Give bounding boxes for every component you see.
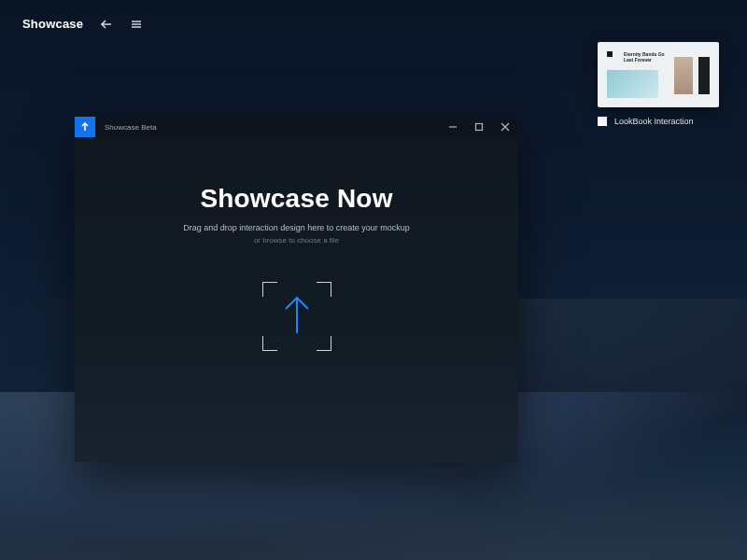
upload-arrow-icon — [281, 294, 313, 339]
window-controls — [440, 117, 518, 137]
thumbnail-checkbox[interactable] — [598, 117, 607, 126]
window-title: Showcase Beta — [105, 123, 157, 132]
app-icon[interactable] — [75, 117, 95, 137]
app-window: Showcase Beta Showcase Now Drag and drop… — [75, 117, 518, 462]
window-content: Showcase Now Drag and drop interaction d… — [75, 137, 518, 351]
subheading: Drag and drop interaction design here to… — [75, 223, 518, 232]
dropzone[interactable] — [262, 282, 331, 351]
brand-logo: Showcase — [22, 17, 83, 31]
maximize-button[interactable] — [466, 117, 492, 137]
menu-icon[interactable] — [130, 18, 143, 31]
thumbnail-preview: Eternity Bands Go Last Forever — [598, 42, 719, 107]
dropzone-corner — [262, 282, 277, 297]
dropzone-corner — [317, 336, 331, 351]
thumbnail-preview-title: Eternity Bands Go Last Forever — [624, 51, 665, 63]
svg-rect-0 — [476, 124, 483, 131]
minimize-button[interactable] — [440, 117, 466, 137]
window-titlebar[interactable]: Showcase Beta — [75, 117, 518, 137]
dropzone-corner — [317, 282, 331, 297]
thumbnail-card[interactable]: Eternity Bands Go Last Forever LookBook … — [598, 42, 719, 126]
browse-link[interactable]: or browse to choose a file — [75, 236, 518, 245]
close-button[interactable] — [492, 117, 518, 137]
back-icon[interactable] — [100, 18, 113, 31]
heading: Showcase Now — [75, 184, 518, 214]
top-toolbar: Showcase — [22, 17, 143, 31]
dropzone-corner — [262, 336, 277, 351]
thumbnail-label: LookBook Interaction — [614, 117, 694, 126]
